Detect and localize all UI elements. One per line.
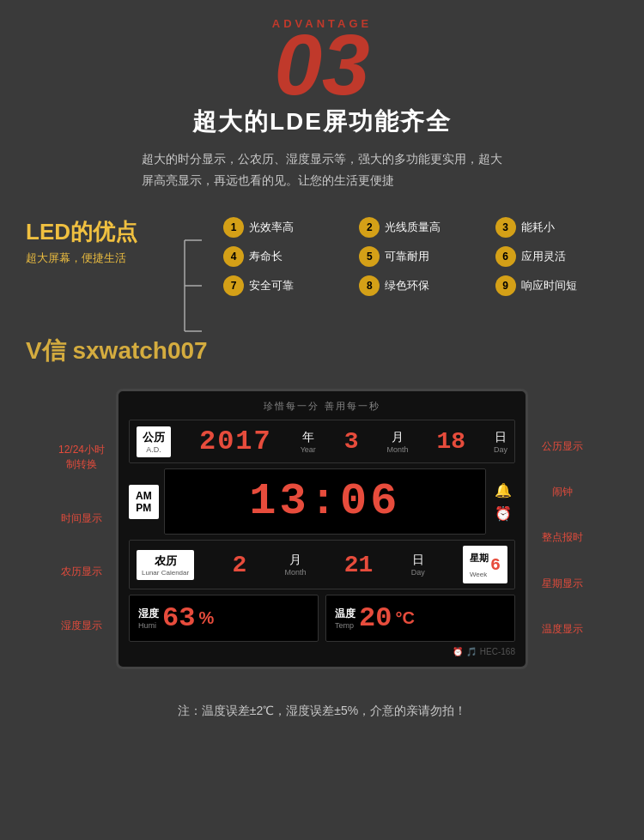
weekday-num: 6: [490, 555, 501, 575]
time-row: AM PM 13:06 🔔 ⏰: [129, 468, 515, 535]
gc-month-unit: 月 Month: [387, 430, 409, 454]
time-display: 13:06: [164, 468, 486, 535]
label-time-display: 时间显示: [52, 511, 112, 526]
adv-item: 1 光效率高: [223, 217, 346, 238]
alarm-icon: ⏰: [453, 647, 463, 656]
weekday-cn: 星期: [470, 553, 489, 563]
clock-labels-left: 12/24小时制转换 时间显示 农历显示 湿度显示: [47, 389, 116, 669]
adv-item: 2 光线质量高: [359, 217, 482, 238]
gc-day-en: Day: [494, 445, 507, 454]
gc-year-en: Year: [301, 445, 316, 454]
adv-num: 5: [359, 246, 380, 267]
label-lunar-display: 农历显示: [52, 565, 112, 579]
device-title: 珍惜每一分 善用每一秒: [129, 400, 515, 413]
adv-item: 3 能耗小: [495, 217, 618, 238]
pm-label: PM: [136, 502, 151, 514]
adv-item: 9 响应时间短: [495, 275, 618, 296]
led-left: LED的优点 超大屏幕，便捷生活: [26, 217, 163, 266]
lunar-row: 农历 Lunar Calendar 2 月 Month 21 日 Day 星期 …: [129, 540, 515, 589]
model-number: ⏰ 🎵 HEC-168: [129, 647, 515, 656]
advantages-grid: 1 光效率高 2 光线质量高 3 能耗小 4 寿命长 5 可靠耐用 6 应用灵活…: [223, 217, 618, 296]
lunar-en: Lunar Calendar: [142, 569, 189, 577]
lunar-month-en: Month: [285, 568, 307, 577]
gc-year-unit: 年 Year: [301, 430, 316, 454]
label-temp-display: 温度显示: [532, 622, 592, 637]
adv-num: 4: [223, 246, 244, 267]
gc-label: 公历 A.D.: [137, 426, 171, 457]
gc-month-cn: 月: [392, 430, 404, 445]
lunar-month-cn: 月: [289, 553, 301, 568]
temp-label-en: Temp: [335, 621, 355, 630]
adv-text: 光线质量高: [385, 220, 440, 235]
label-weekday-display: 星期显示: [532, 577, 592, 591]
label-gregorian-display: 公历显示: [532, 439, 592, 454]
lunar-day: 21: [344, 552, 374, 578]
led-title: LED的优点: [26, 217, 163, 247]
adv-text: 响应时间短: [521, 278, 577, 293]
gc-en: A.D.: [146, 445, 161, 454]
ampm-box: AM PM: [129, 485, 159, 519]
adv-text: 可靠耐用: [385, 249, 429, 264]
clock-section: 12/24小时制转换 时间显示 农历显示 湿度显示 珍惜每一分 善用每一秒 公历…: [0, 372, 644, 686]
temp-label-cn: 温度: [335, 607, 355, 621]
adv-item: 8 绿色环保: [359, 275, 482, 296]
adv-num: 7: [223, 275, 244, 296]
gc-year: 2017: [199, 426, 272, 457]
temp-box: 温度 Temp 20 °C: [325, 595, 515, 642]
time-icons: 🔔 ⏰: [491, 479, 515, 525]
weekday-cn-wrap: 星期 Week: [470, 549, 489, 580]
lunar-month: 2: [232, 552, 246, 578]
bell-icon: 🔔: [495, 482, 512, 499]
am-label: AM: [136, 490, 152, 502]
footer-note: 注：温度误差±2℃，湿度误差±5%，介意的亲请勿拍！: [0, 686, 644, 736]
music-icon: 🎵: [466, 647, 477, 656]
adv-num: 1: [223, 217, 244, 238]
gregorian-row: 公历 A.D. 2017 年 Year 3 月 Month 18 日 Day: [129, 420, 515, 463]
gc-day-unit: 日 Day: [494, 430, 507, 454]
temp-value: 20: [359, 602, 392, 634]
adv-item: 4 寿命长: [223, 246, 346, 267]
led-subtitle: 超大屏幕，便捷生活: [26, 251, 163, 266]
lunar-day-unit: 日 Day: [411, 553, 425, 577]
label-hourly-chime: 整点报时: [532, 530, 592, 545]
lunar-month-unit: 月 Month: [285, 553, 307, 577]
label-12-24: 12/24小时制转换: [52, 443, 112, 472]
adv-text: 光效率高: [249, 220, 294, 235]
watermark: V信 sxwatch007: [26, 335, 208, 367]
main-title: 超大的LDE屏功能齐全: [34, 106, 610, 138]
adv-num: 6: [495, 246, 516, 267]
gc-day-cn: 日: [495, 430, 507, 445]
humidity-label-en: Humi: [138, 621, 159, 630]
adv-text: 寿命长: [249, 249, 283, 264]
adv-num: 2: [359, 217, 380, 238]
humidity-unit: %: [198, 608, 214, 628]
temp-label-wrap: 温度 Temp: [335, 607, 355, 630]
clock-labels-right: 公历显示 闹钟 整点报时 星期显示 温度显示: [528, 389, 597, 669]
clock-device: 珍惜每一分 善用每一秒 公历 A.D. 2017 年 Year 3 月 Mont…: [116, 389, 528, 669]
adv-text: 绿色环保: [385, 278, 429, 293]
clock-icon: ⏰: [495, 505, 512, 522]
lunar-day-en: Day: [411, 568, 425, 577]
gc-year-cn: 年: [302, 430, 314, 445]
model-text: HEC-168: [480, 647, 515, 656]
adv-text: 能耗小: [521, 220, 555, 235]
description: 超大的时分显示，公农历、湿度显示等，强大的多功能更实用，超大屏高亮显示，再远也看…: [142, 148, 502, 191]
humidity-box: 湿度 Humi 63 %: [129, 595, 319, 642]
weekday-box: 星期 Week 6: [463, 546, 507, 583]
gc-cn: 公历: [143, 430, 165, 445]
time-digits: 13:06: [249, 476, 400, 527]
lunar-label: 农历 Lunar Calendar: [137, 550, 194, 580]
branch-lines-svg: [180, 217, 206, 354]
label-alarm: 闹钟: [532, 485, 592, 499]
lunar-day-cn: 日: [412, 553, 424, 568]
lunar-cn: 农历: [155, 553, 177, 569]
branch-connector: [180, 217, 206, 354]
adv-item: 5 可靠耐用: [359, 246, 482, 267]
humidity-label-cn: 湿度: [138, 607, 159, 621]
big-number: 03: [34, 21, 610, 107]
adv-item: 7 安全可靠: [223, 275, 346, 296]
footer-text: 注：温度误差±2℃，湿度误差±5%，介意的亲请勿拍！: [178, 704, 466, 717]
adv-num: 9: [495, 275, 516, 296]
top-section: ADVANTAGE 03 超大的LDE屏功能齐全 超大的时分显示，公农历、湿度显…: [0, 0, 644, 200]
led-section: LED的优点 超大屏幕，便捷生活 1 光效率高 2 光线质量高 3 能耗小 4 …: [0, 200, 644, 372]
